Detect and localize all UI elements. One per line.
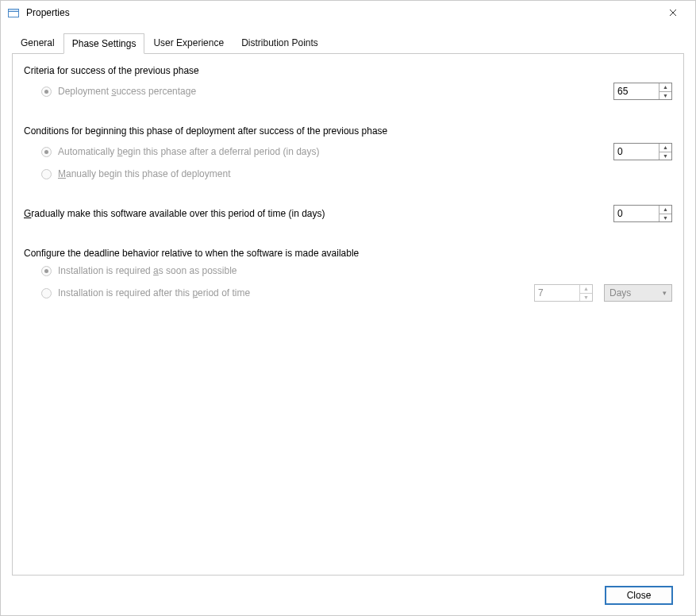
close-button[interactable]: Close — [605, 586, 673, 605]
app-icon — [7, 6, 20, 19]
spinner-up-icon[interactable]: ▲ — [659, 83, 671, 91]
deadline-heading: Configure the deadline behavior relative… — [24, 248, 672, 259]
manual-begin-row: Manually begin this phase of deployment — [24, 168, 672, 179]
conditions-heading: Conditions for beginning this phase of d… — [24, 125, 672, 137]
deferral-days-spinner[interactable]: ▲ ▼ — [613, 143, 672, 160]
success-percentage-input[interactable] — [614, 83, 659, 99]
window-title: Properties — [26, 7, 656, 18]
bottom-bar: Close — [12, 576, 684, 615]
gradual-days-input[interactable] — [614, 206, 659, 221]
chevron-down-icon: ▾ — [663, 289, 667, 297]
manual-begin-label: Manually begin this phase of deployment — [58, 168, 230, 179]
window-close-button[interactable] — [656, 1, 690, 25]
tab-user-experience[interactable]: User Experience — [144, 33, 233, 53]
success-percentage-spinner[interactable]: ▲ ▼ — [613, 83, 672, 100]
gradual-row: Gradually make this software available o… — [24, 205, 672, 222]
auto-begin-radio — [41, 147, 52, 157]
deadline-unit-combo: Days ▾ — [604, 284, 672, 302]
spinner-down-icon[interactable]: ▼ — [659, 214, 671, 222]
tab-panel-phase-settings: Criteria for success of the previous pha… — [12, 53, 684, 576]
deadline-asap-label: Installation is required as soon as poss… — [58, 265, 237, 276]
spinner-up-icon[interactable]: ▲ — [659, 206, 671, 214]
deadline-period-spinner: ▲ ▼ — [534, 284, 593, 302]
spinner-down-icon[interactable]: ▼ — [659, 91, 671, 100]
tab-general[interactable]: General — [12, 33, 63, 53]
tab-distribution-points[interactable]: Distribution Points — [233, 33, 327, 53]
spinner-down-icon[interactable]: ▼ — [659, 152, 671, 160]
deadline-period-input — [535, 285, 579, 301]
tabstrip: General Phase Settings User Experience D… — [12, 33, 684, 53]
deadline-after-radio — [41, 288, 52, 298]
gradual-label: Gradually make this software available o… — [24, 208, 325, 219]
deferral-days-input[interactable] — [614, 144, 659, 160]
auto-begin-label: Automatically begin this phase after a d… — [58, 146, 320, 157]
success-percentage-radio — [41, 87, 52, 97]
spinner-up-icon[interactable]: ▲ — [659, 144, 671, 152]
deadline-after-label: Installation is required after this peri… — [58, 287, 250, 298]
manual-begin-radio — [41, 169, 52, 179]
success-percentage-row: Deployment success percentage ▲ ▼ — [24, 83, 672, 100]
criteria-heading: Criteria for success of the previous pha… — [24, 65, 672, 76]
deadline-asap-radio — [41, 266, 52, 276]
deadline-after-row: Installation is required after this peri… — [24, 284, 672, 302]
deadline-asap-row: Installation is required as soon as poss… — [24, 265, 672, 276]
auto-begin-row: Automatically begin this phase after a d… — [24, 143, 672, 160]
gradual-days-spinner[interactable]: ▲ ▼ — [613, 205, 672, 222]
success-percentage-label: Deployment success percentage — [58, 86, 196, 97]
spinner-up-icon: ▲ — [580, 285, 592, 293]
spinner-down-icon: ▼ — [580, 293, 592, 302]
client-area: General Phase Settings User Experience D… — [1, 25, 695, 615]
deadline-unit-value: Days — [609, 287, 631, 298]
tab-phase-settings[interactable]: Phase Settings — [63, 33, 145, 54]
svg-rect-1 — [9, 10, 19, 12]
properties-window: Properties General Phase Settings User E… — [0, 0, 696, 616]
titlebar: Properties — [1, 1, 695, 25]
